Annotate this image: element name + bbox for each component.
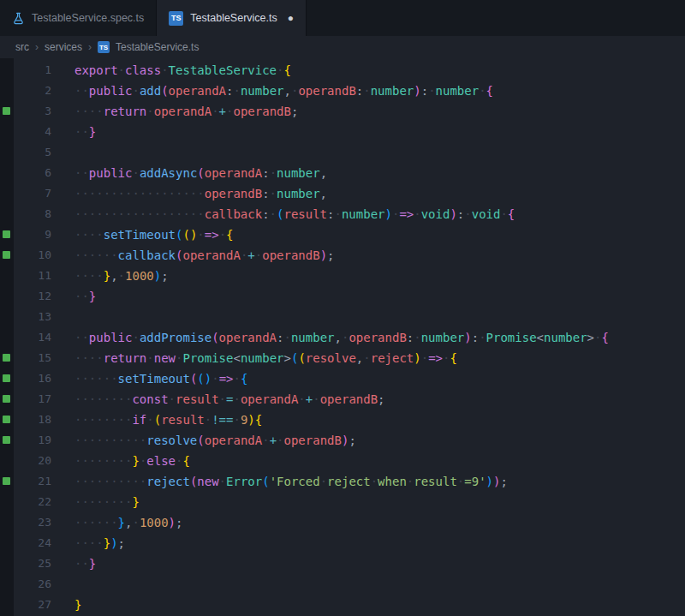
breakpoint-gutter[interactable] [0,389,14,410]
line-number[interactable]: 4 [14,122,51,142]
breakpoint-gutter[interactable] [0,430,14,451]
code-text[interactable]: ··} [51,553,96,574]
modified-dot[interactable]: ● [288,12,294,24]
code-text[interactable]: ······},·1000); [51,512,182,533]
code-text[interactable]: ··········resolve(operandA·+·operandB); [51,430,356,451]
code-text[interactable]: ··} [51,122,96,142]
code-text[interactable]: ········const·result·=·operandA·+·operan… [51,389,385,410]
code-text[interactable]: ····return·operandA·+·operandB; [51,101,298,122]
breakpoint-gutter[interactable] [0,512,14,533]
breakpoint-gutter[interactable] [0,471,14,492]
line-number[interactable]: 9 [14,224,51,245]
tab-TestableService.ts[interactable]: TSTestableService.ts● [157,0,307,36]
line-number[interactable]: 17 [14,389,51,410]
breadcrumb-item-services[interactable]: services [45,41,82,53]
breakpoint-gutter[interactable] [0,595,14,615]
code-editor[interactable]: 1export·class·TestableService·{2··public… [0,58,685,616]
code-text[interactable]: ········} [51,492,140,512]
code-text[interactable]: ······setTimeout(()·=>·{ [51,368,247,389]
breadcrumb-item-src[interactable]: src [15,41,29,53]
code-line: 4··} [0,122,685,142]
breakpoint-gutter[interactable] [0,101,14,122]
code-text[interactable]: ········if·(result·!==·9){ [51,410,262,430]
code-line: 1export·class·TestableService·{ [0,60,685,81]
line-number[interactable]: 11 [14,266,51,286]
line-number[interactable]: 5 [14,142,51,163]
code-text[interactable] [51,574,74,595]
line-number[interactable]: 13 [14,307,51,327]
breakpoint-gutter[interactable] [0,348,14,368]
line-number[interactable]: 25 [14,553,51,574]
code-text[interactable]: ····},·1000); [51,266,169,286]
line-number[interactable]: 10 [14,245,51,266]
code-text[interactable]: ··················operandB:·number, [51,183,327,204]
breakpoint-gutter[interactable] [0,224,14,245]
line-number[interactable]: 14 [14,327,51,348]
code-lines: 1export·class·TestableService·{2··public… [0,60,685,615]
breakpoint-gutter[interactable] [0,122,14,142]
code-text[interactable] [51,142,74,163]
line-number[interactable]: 20 [14,451,51,471]
breakpoint-gutter[interactable] [0,183,14,204]
code-text[interactable]: export·class·TestableService·{ [51,60,291,81]
line-number[interactable]: 7 [14,183,51,204]
breakpoint-gutter[interactable] [0,286,14,307]
tab-label: TestableService.spec.ts [32,12,144,24]
breakpoint-gutter[interactable] [0,142,14,163]
code-line: 3····return·operandA·+·operandB; [0,101,685,122]
code-line: 22········} [0,492,685,512]
line-number[interactable]: 12 [14,286,51,307]
coverage-indicator [3,354,10,362]
line-number[interactable]: 15 [14,348,51,368]
code-text[interactable]: ··········reject(new·Error('Forced·rejec… [51,471,508,492]
breakpoint-gutter[interactable] [0,553,14,574]
breadcrumb-item-TestableService.ts[interactable]: TestableService.ts [116,41,199,53]
breakpoint-gutter[interactable] [0,368,14,389]
code-text[interactable]: ··} [51,286,96,307]
code-text[interactable] [51,307,74,327]
code-line: 27} [0,595,685,615]
code-text[interactable]: ····}); [51,533,125,553]
breakpoint-gutter[interactable] [0,81,14,101]
coverage-indicator [3,416,10,423]
code-text[interactable]: ····setTimeout(()·=>·{ [51,224,234,245]
line-number[interactable]: 3 [14,101,51,122]
code-text[interactable]: ··public·addAsync(operandA:·number, [51,163,327,183]
code-line: 8··················callback:·(result:·nu… [0,204,685,224]
line-number[interactable]: 2 [14,81,51,101]
code-text[interactable]: ··················callback:·(result:·num… [51,204,515,224]
breakpoint-gutter[interactable] [0,163,14,183]
code-line: 21··········reject(new·Error('Forced·rej… [0,471,685,492]
breakpoint-gutter[interactable] [0,204,14,224]
line-number[interactable]: 16 [14,368,51,389]
breakpoint-gutter[interactable] [0,410,14,430]
code-text[interactable]: ········}·else·{ [51,451,190,471]
breakpoint-gutter[interactable] [0,451,14,471]
breakpoint-gutter[interactable] [0,307,14,327]
line-number[interactable]: 22 [14,492,51,512]
breakpoint-gutter[interactable] [0,533,14,553]
code-text[interactable]: } [51,595,81,615]
line-number[interactable]: 21 [14,471,51,492]
line-number[interactable]: 27 [14,595,51,615]
tab-TestableService.spec.ts[interactable]: TestableService.spec.ts [0,0,157,36]
breakpoint-gutter[interactable] [0,266,14,286]
breakpoint-gutter[interactable] [0,245,14,266]
line-number[interactable]: 8 [14,204,51,224]
line-number[interactable]: 6 [14,163,51,183]
line-number[interactable]: 23 [14,512,51,533]
line-number[interactable]: 24 [14,533,51,553]
code-text[interactable]: ······callback(operandA·+·operandB); [51,245,335,266]
breakpoint-gutter[interactable] [0,574,14,595]
code-text[interactable]: ····return·new·Promise<number>((resolve,… [51,348,457,368]
breakpoint-gutter[interactable] [0,327,14,348]
line-number[interactable]: 26 [14,574,51,595]
line-number[interactable]: 18 [14,410,51,430]
code-line: 7··················operandB:·number, [0,183,685,204]
line-number[interactable]: 19 [14,430,51,451]
line-number[interactable]: 1 [14,60,51,81]
code-text[interactable]: ··public·addPromise(operandA:·number,·op… [51,327,609,348]
code-text[interactable]: ··public·add(operandA:·number,·operandB:… [51,81,493,101]
breakpoint-gutter[interactable] [0,60,14,81]
breakpoint-gutter[interactable] [0,492,14,512]
